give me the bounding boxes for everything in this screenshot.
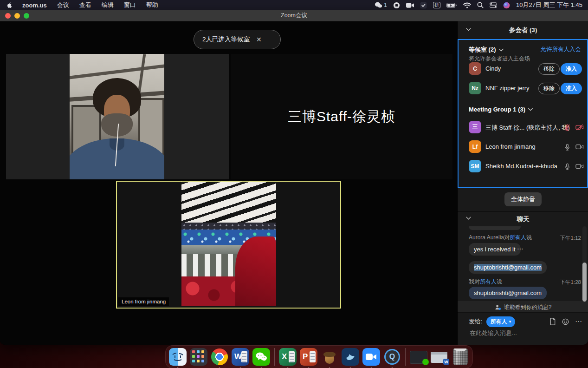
meta-suffix: 说 — [526, 234, 532, 241]
finder-icon[interactable] — [169, 348, 187, 366]
mic-muted-icon[interactable] — [564, 124, 571, 133]
meeting-group-header[interactable]: Meeting Group 1 (3) — [469, 106, 533, 113]
privacy-person-icon — [495, 304, 501, 310]
admit-button[interactable]: 准入 — [561, 63, 582, 75]
recipient-link[interactable]: 所有人 — [480, 278, 497, 285]
zoom-window: Zoom会议 2人已进入等候室 ✕ — [0, 10, 588, 345]
emoji-icon[interactable] — [562, 318, 569, 325]
siri-icon[interactable] — [503, 2, 510, 9]
sender-name: Aurora Aurelia — [469, 234, 504, 241]
compose-icons: ⋯ — [549, 317, 582, 326]
remove-button[interactable]: 移除 — [538, 63, 560, 75]
menubar-clock[interactable]: 10月27日 周三 下午 1:45 — [516, 1, 582, 9]
mic-icon[interactable] — [564, 144, 571, 153]
wechat-icon[interactable] — [252, 348, 270, 366]
participant-name: 三博 Staff-徐... (联席主持人, 我) — [485, 124, 570, 132]
chat-compose-row: 发给: 所有人 ▾ ⋯ — [469, 316, 582, 327]
word-icon[interactable]: W — [232, 348, 249, 366]
caret-down-icon: ▾ — [509, 319, 511, 324]
camera-icon[interactable] — [575, 163, 584, 171]
macos-menubar: zoom.us 会议 查看 编辑 窗口 帮助 1 拼 — [0, 0, 588, 10]
privacy-text: 谁能看到你的消息? — [504, 303, 552, 311]
collapse-chat-icon[interactable] — [466, 217, 471, 220]
powerpoint-icon[interactable]: P — [300, 348, 317, 366]
selected-text[interactable]: shuptobrishti@gmail.com — [474, 264, 542, 271]
battery-icon[interactable] — [446, 3, 457, 8]
chat-message-meta: Aurora Aurelia对所有人说 — [469, 234, 532, 242]
menu-edit[interactable]: 编辑 — [97, 0, 119, 10]
chat-message-meta: 我对所有人说 — [469, 278, 502, 286]
menu-window[interactable]: 窗口 — [119, 0, 141, 10]
bird-app-icon[interactable] — [342, 348, 359, 366]
menubar-status-area: 1 拼 — [375, 0, 588, 10]
participant-row: 三 三博 Staff-徐... (联席主持人, 我) — [458, 121, 588, 135]
screen-record-icon[interactable] — [393, 2, 400, 9]
wechat-badge: 1 — [384, 2, 387, 8]
launchpad-icon[interactable] — [190, 348, 207, 366]
word-letter: W — [234, 352, 242, 361]
chat-bubble[interactable]: yes i received it — [469, 243, 521, 256]
recipient-link[interactable]: 所有人 — [510, 234, 526, 241]
camera-muted-icon[interactable] — [575, 124, 584, 132]
more-options-icon[interactable]: ⋯ — [575, 317, 582, 326]
minimized-word-window[interactable]: W — [431, 348, 448, 366]
file-attach-icon[interactable] — [549, 318, 556, 325]
chat-input[interactable] — [469, 329, 573, 337]
waiting-room-header[interactable]: 等候室 (2) — [469, 46, 504, 54]
zoom-app-icon[interactable] — [362, 348, 380, 366]
send-to-label: 发给: — [469, 317, 483, 326]
participant-name: Leon from jinmang — [485, 143, 536, 150]
admit-button[interactable]: 准入 — [561, 83, 582, 94]
video-main-area: 2人已进入等候室 ✕ — [0, 21, 457, 345]
camera-status-icon[interactable] — [406, 2, 414, 8]
participant-name: Cindy — [485, 65, 501, 72]
send-to-value: 所有人 — [491, 318, 507, 326]
waiting-row: C Cindy 移除 准入 — [458, 62, 588, 76]
admit-all-link[interactable]: 允许所有人入会 — [541, 46, 582, 53]
mute-all-button[interactable]: 全体静音 — [504, 192, 542, 206]
message-time: 下午1:12 — [560, 235, 581, 242]
control-center-icon[interactable] — [490, 2, 497, 8]
video-tile-active-speaker[interactable]: Leon from jinmang — [116, 181, 341, 309]
task-check-icon[interactable] — [420, 2, 427, 9]
chat-bubble-mine[interactable]: shuptobrishti@gmail.com — [469, 287, 547, 299]
spotlight-search-icon[interactable] — [477, 2, 484, 8]
excel-icon[interactable]: X — [279, 348, 297, 366]
notification-close-icon[interactable]: ✕ — [256, 36, 262, 43]
video-tile-remote[interactable]: 三博Staff-徐灵桢 — [231, 54, 452, 179]
nutstore-acorn-icon[interactable] — [321, 348, 338, 366]
chat-privacy-banner[interactable]: 谁能看到你的消息? — [458, 302, 588, 313]
chrome-icon[interactable] — [211, 348, 228, 366]
message-more-icon[interactable]: ⋯ — [517, 245, 523, 252]
chevron-down-icon — [499, 48, 504, 52]
quicktime-icon[interactable]: Q — [383, 348, 401, 366]
minimized-wechat-window[interactable] — [410, 348, 427, 366]
chat-scrollbar-thumb[interactable] — [582, 263, 587, 302]
ceiling-beam — [70, 63, 164, 79]
participants-title: 参会者 (3) — [509, 26, 537, 34]
remove-button[interactable]: 移除 — [538, 83, 560, 94]
meta-suffix: 说 — [497, 278, 502, 285]
trash-icon[interactable] — [452, 348, 469, 366]
avatar: 三 — [469, 121, 481, 133]
video-name-label: Leon from jinmang — [118, 297, 169, 306]
send-to-dropdown[interactable]: 所有人 ▾ — [486, 316, 516, 327]
collapse-participants-icon[interactable] — [466, 28, 471, 31]
video-tile-self[interactable] — [6, 54, 229, 179]
avatar: C — [469, 62, 481, 75]
chat-bubble[interactable]: shuptobrishti@gmail.com — [469, 261, 547, 274]
wifi-icon[interactable] — [463, 2, 471, 8]
wechat-status-icon[interactable]: 1 — [375, 2, 387, 8]
dock: W X P Q — [165, 345, 473, 368]
message-time: 下午1:28 — [560, 279, 581, 286]
apple-menu-icon[interactable] — [6, 2, 13, 8]
input-method-icon[interactable]: 拼 — [433, 2, 440, 8]
mic-icon[interactable] — [564, 163, 571, 172]
notification-text: 2人已进入等候室 — [202, 35, 250, 44]
chat-message-list: Aurora Aurelia对所有人说 下午1:12 yes i receive… — [458, 226, 588, 302]
menu-help[interactable]: 帮助 — [141, 0, 163, 10]
menubar-app-name[interactable]: zoom.us — [17, 0, 52, 10]
menu-view[interactable]: 查看 — [74, 0, 97, 10]
camera-icon[interactable] — [575, 144, 584, 152]
menu-meeting[interactable]: 会议 — [52, 0, 74, 10]
